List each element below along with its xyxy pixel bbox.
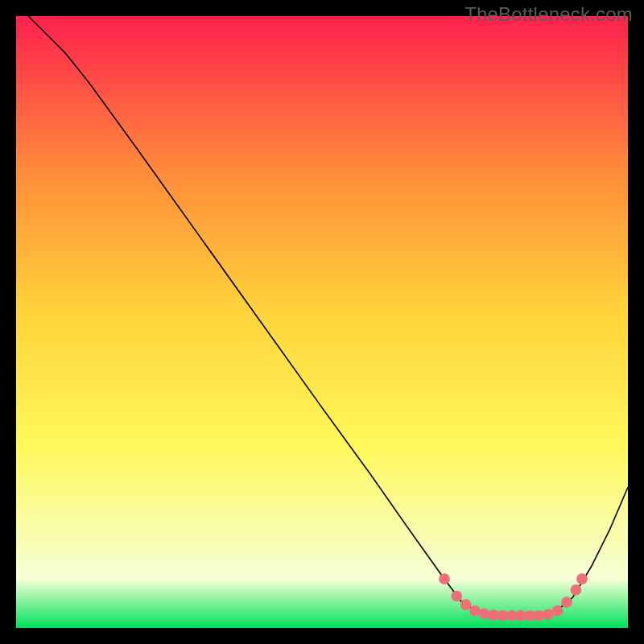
- watermark-text: TheBottleneck.com: [464, 3, 633, 26]
- marker-dot: [552, 605, 564, 617]
- marker-dot: [451, 591, 462, 602]
- marker-dot: [561, 597, 572, 608]
- marker-dot: [439, 573, 450, 584]
- marker-dot: [571, 584, 582, 596]
- chart-frame: TheBottleneck.com: [0, 0, 644, 644]
- marker-dot: [576, 573, 588, 584]
- chart-plot: [16, 16, 628, 628]
- marker-dot: [460, 599, 472, 610]
